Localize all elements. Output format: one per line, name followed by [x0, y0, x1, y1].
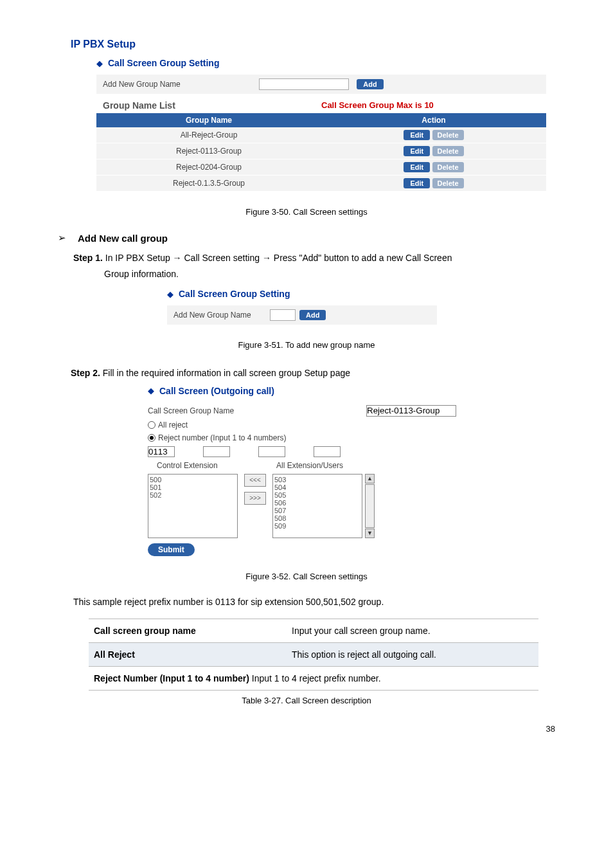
cell-name: Reject-0113-Group	[96, 143, 321, 159]
step1-label: Step 1.	[73, 253, 103, 263]
scrollbar[interactable]: ▲ ▼	[365, 474, 375, 538]
scroll-up-icon[interactable]: ▲	[365, 474, 375, 484]
move-left-button[interactable]: <<<	[244, 474, 266, 487]
ext-lists-row: 500 501 502 <<< >>> 503 504 505 506 507 …	[148, 474, 456, 538]
ext-labels-row: Control Extension All Extension/Users	[148, 461, 456, 470]
outgoing-call-block: ◆ Call Screen (Outgoing call) Call Scree…	[148, 386, 456, 556]
desc-key: All Reject	[89, 642, 287, 666]
scroll-track[interactable]	[365, 484, 375, 528]
setting-header: ◆ Call Screen Group Setting	[96, 58, 555, 68]
table-row: Reject-0204-GroupEdit Delete	[96, 159, 546, 176]
add-group-label: Add New Group Name	[103, 80, 259, 89]
list-header-right: Call Screen Group Max is 10	[321, 100, 540, 111]
add-group-panel: Add New Group Name Add	[96, 75, 546, 94]
table-row: Reject-0.1.3.5-GroupEdit Delete	[96, 176, 546, 192]
setting-title: Call Screen Group Setting	[108, 58, 219, 68]
step2-label: Step 2.	[71, 368, 100, 378]
step2-text: Fill in the required information in call…	[100, 368, 350, 378]
radio-icon[interactable]	[148, 421, 155, 429]
arrow-icon: →	[173, 253, 182, 263]
inner-add-button[interactable]: Add	[299, 310, 326, 320]
step1-line2: Group information.	[104, 266, 555, 282]
table-row: All Reject This option is reject all out…	[89, 642, 538, 666]
reject-number-label: Reject number (Input 1 to 4 numbers)	[158, 433, 286, 442]
inner-setting-block: ◆ Call Screen Group Setting Add New Grou…	[167, 289, 437, 325]
desc-val: This option is reject all outgoing call.	[287, 642, 538, 666]
table-row: All-Reject-GroupEdit Delete	[96, 127, 546, 143]
description-table: Call screen group name Input your call s…	[89, 619, 538, 691]
submit-button[interactable]: Submit	[148, 543, 195, 556]
group-name-input[interactable]	[366, 405, 456, 417]
figure-caption: Figure 3-51. To add new group name	[58, 340, 555, 350]
inner-setting-title: Call Screen Group Setting	[179, 289, 290, 299]
edit-button[interactable]: Edit	[404, 162, 430, 172]
all-reject-row[interactable]: All reject	[148, 420, 456, 429]
step2-line: Step 2. Fill in the required information…	[71, 365, 555, 381]
reject-number-row[interactable]: Reject number (Input 1 to 4 numbers)	[148, 433, 456, 442]
move-right-button[interactable]: >>>	[244, 492, 266, 505]
step1-text-b: Call Screen setting	[182, 253, 262, 263]
prefix-input-3[interactable]	[258, 446, 285, 457]
all-ext-listbox[interactable]: 503 504 505 506 507 508 509	[272, 474, 362, 538]
desc-row3: Reject Number (Input 1 to 4 number) Inpu…	[89, 666, 538, 690]
arrow-icon: ➢	[58, 232, 66, 244]
group-name-row: Call Screen Group Name	[148, 405, 456, 417]
add-group-input[interactable]	[259, 78, 349, 90]
desc-key: Call screen group name	[89, 619, 287, 642]
desc-val: Input 1 to 4 reject prefix number.	[252, 673, 381, 683]
all-reject-label: All reject	[158, 420, 188, 429]
number-inputs-row	[148, 446, 456, 457]
bullet-icon: ◆	[96, 59, 103, 68]
figure-caption: Figure 3-50. Call Screen settings	[58, 207, 555, 217]
table-caption: Table 3-27. Call Screen description	[58, 696, 555, 705]
group-table: Group Name Action All-Reject-GroupEdit D…	[96, 113, 546, 192]
inner-add-label: Add New Group Name	[173, 311, 270, 320]
sample-text: This sample reject prefix number is 0113…	[73, 597, 555, 607]
list-header-left: Group Name List	[103, 100, 321, 111]
page-number: 38	[546, 724, 555, 734]
prefix-input-1[interactable]	[148, 446, 175, 457]
edit-button[interactable]: Edit	[404, 130, 430, 140]
delete-button[interactable]: Delete	[432, 178, 464, 188]
bullet-icon: ◆	[148, 386, 154, 395]
control-ext-label: Control Extension	[148, 461, 244, 470]
edit-button[interactable]: Edit	[404, 146, 430, 156]
inner-add-input[interactable]	[270, 309, 296, 321]
outgoing-title: Call Screen (Outgoing call)	[159, 386, 274, 396]
desc-key: Reject Number (Input 1 to 4 number)	[94, 673, 252, 683]
th-group: Group Name	[96, 113, 321, 127]
step1-text-c: Press "Add" button to add a new Call Scr…	[271, 253, 452, 263]
delete-button[interactable]: Delete	[432, 130, 464, 140]
step1-text-a: In IP PBX Setup	[103, 253, 173, 263]
table-row: Reject Number (Input 1 to 4 number) Inpu…	[89, 666, 538, 690]
list-header: Group Name List Call Screen Group Max is…	[96, 94, 546, 113]
radio-icon[interactable]	[148, 434, 155, 442]
page-title: IP PBX Setup	[71, 39, 555, 50]
control-ext-listbox[interactable]: 500 501 502	[148, 474, 238, 538]
prefix-input-4[interactable]	[314, 446, 341, 457]
cell-name: Reject-0204-Group	[96, 159, 321, 176]
desc-val: Input your call screen group name.	[287, 619, 538, 642]
move-buttons: <<< >>>	[244, 474, 266, 505]
scroll-down-icon[interactable]: ▼	[365, 529, 375, 538]
table-row: Call screen group name Input your call s…	[89, 619, 538, 642]
submit-row: Submit	[148, 543, 456, 556]
bullet-icon: ◆	[167, 289, 173, 299]
figure-caption: Figure 3-52. Call Screen settings	[58, 572, 555, 581]
section-heading: ➢ Add New call group	[58, 232, 555, 244]
table-row: Reject-0113-GroupEdit Delete	[96, 143, 546, 159]
edit-button[interactable]: Edit	[404, 178, 430, 188]
delete-button[interactable]: Delete	[432, 146, 464, 156]
cell-name: Reject-0.1.3.5-Group	[96, 176, 321, 192]
step1-line1: Step 1. In IP PBX Setup → Call Screen se…	[73, 250, 555, 266]
th-action: Action	[321, 113, 546, 127]
all-ext-label: All Extension/Users	[276, 461, 343, 470]
cell-name: All-Reject-Group	[96, 127, 321, 143]
group-name-label: Call Screen Group Name	[148, 406, 366, 415]
prefix-input-2[interactable]	[203, 446, 230, 457]
delete-button[interactable]: Delete	[432, 162, 464, 172]
table-header-row: Group Name Action	[96, 113, 546, 127]
arrow-icon: →	[262, 253, 271, 263]
add-button[interactable]: Add	[357, 79, 383, 89]
heading-text: Add New call group	[78, 233, 168, 244]
